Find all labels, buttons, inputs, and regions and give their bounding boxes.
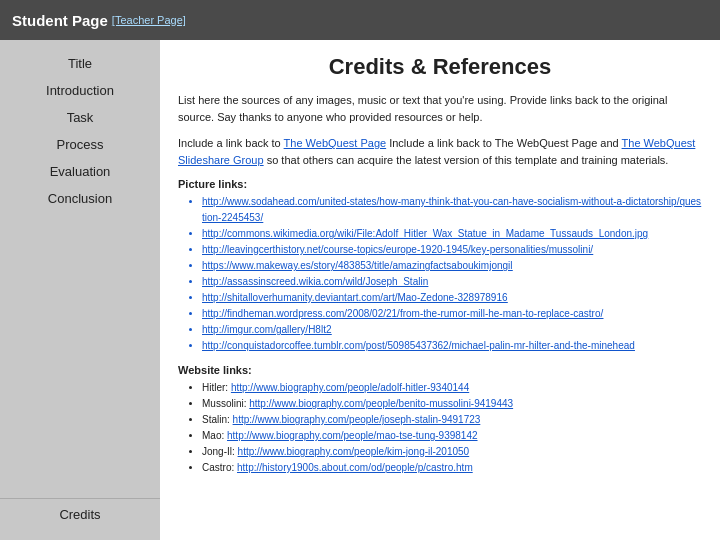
list-item: Stalin: http://www.biography.com/people/…	[202, 412, 702, 428]
list-item[interactable]: http://leavingcerthistory.net/course-top…	[202, 242, 702, 258]
picture-links-label: Picture links:	[178, 178, 702, 190]
sidebar-item-title[interactable]: Title	[0, 50, 160, 77]
page-title: Student Page	[12, 12, 108, 29]
webquest-page-link[interactable]: The WebQuest Page	[284, 137, 387, 149]
content-area: Credits & References List here the sourc…	[160, 40, 720, 540]
intro-text: List here the sources of any images, mus…	[178, 92, 702, 125]
sidebar-item-credits[interactable]: Credits	[0, 498, 160, 530]
sidebar-item-task[interactable]: Task	[0, 104, 160, 131]
list-item[interactable]: http://shitalloverhumanity.deviantart.co…	[202, 290, 702, 306]
list-item: Mao: http://www.biography.com/people/mao…	[202, 428, 702, 444]
sidebar-item-conclusion[interactable]: Conclusion	[0, 185, 160, 212]
header: Student Page [Teacher Page]	[0, 0, 720, 40]
picture-links-list: http://www.sodahead.com/united-states/ho…	[178, 194, 702, 354]
include-post: so that others can acquire the latest ve…	[264, 154, 669, 166]
list-item: Mussolini: http://www.biography.com/peop…	[202, 396, 702, 412]
list-item: Hitler: http://www.biography.com/people/…	[202, 380, 702, 396]
include-mid: Include a link back to The WebQuest Page…	[386, 137, 621, 149]
sidebar-item-evaluation[interactable]: Evaluation	[0, 158, 160, 185]
list-item[interactable]: http://commons.wikimedia.org/wiki/File:A…	[202, 226, 702, 242]
list-item: Jong-Il: http://www.biography.com/people…	[202, 444, 702, 460]
list-item[interactable]: https://www.makeway.es/story/483853/titl…	[202, 258, 702, 274]
list-item[interactable]: http://conquistadorcoffee.tumblr.com/pos…	[202, 338, 702, 354]
sidebar: Title Introduction Task Process Evaluati…	[0, 40, 160, 540]
website-links-list: Hitler: http://www.biography.com/people/…	[178, 380, 702, 476]
main-layout: Title Introduction Task Process Evaluati…	[0, 40, 720, 540]
list-item[interactable]: http://imgur.com/gallery/H8lt2	[202, 322, 702, 338]
list-item: Castro: http://history1900s.about.com/od…	[202, 460, 702, 476]
sidebar-item-process[interactable]: Process	[0, 131, 160, 158]
include-text: Include a link back to The WebQuest Page…	[178, 135, 702, 168]
list-item[interactable]: http://findheman.wordpress.com/2008/02/2…	[202, 306, 702, 322]
list-item[interactable]: http://assassinscreed.wikia.com/wild/Jos…	[202, 274, 702, 290]
list-item[interactable]: http://www.sodahead.com/united-states/ho…	[202, 194, 702, 226]
website-links-label: Website links:	[178, 364, 702, 376]
sidebar-item-introduction[interactable]: Introduction	[0, 77, 160, 104]
content-title: Credits & References	[178, 54, 702, 80]
teacher-page-link[interactable]: [Teacher Page]	[112, 14, 186, 26]
include-pre: Include a link back to	[178, 137, 284, 149]
